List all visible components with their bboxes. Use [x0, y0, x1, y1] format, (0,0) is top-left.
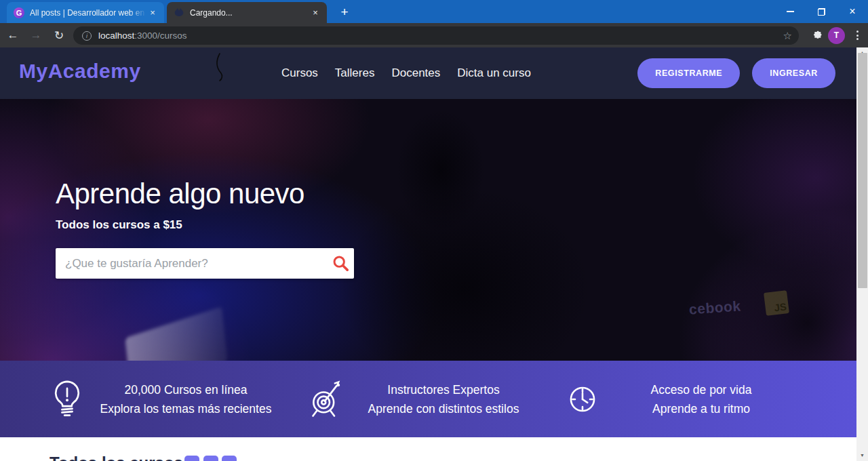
feature-title: Acceso de por vida	[602, 380, 800, 399]
ink-squiggle-mark	[210, 52, 231, 83]
close-window-button[interactable]: ×	[837, 0, 868, 23]
tab-cargando[interactable]: Cargando... ×	[167, 2, 327, 23]
close-icon: ×	[849, 6, 855, 17]
feature-subtitle: Aprende con distintos estilos	[344, 399, 542, 418]
features-banner: 20,000 Cursos en línea Explora los temas…	[0, 361, 868, 437]
course-search-input[interactable]	[56, 248, 327, 279]
new-tab-button[interactable]: +	[335, 3, 354, 21]
next-section-partial: Todos los cursos	[0, 437, 868, 461]
lightbulb-icon	[49, 378, 85, 420]
address-bar[interactable]: i localhost:3000/cursos ☆	[73, 26, 799, 45]
photo-person-silhouette	[397, 109, 485, 231]
feature-instructors: Instructores Expertos Aprende con distin…	[305, 378, 563, 420]
minimize-icon	[787, 11, 794, 12]
restore-icon	[818, 8, 825, 16]
feature-title: Instructores Expertos	[344, 380, 542, 399]
feature-title: 20,000 Cursos en línea	[87, 380, 285, 399]
bookmark-star-icon[interactable]: ☆	[783, 30, 792, 42]
scrollbar-thumb[interactable]	[858, 53, 867, 288]
toolbar-right: T	[810, 23, 864, 47]
category-chips-partial	[184, 456, 237, 461]
hero-section: cebook JS Aprende algo nuevo Todos los c…	[0, 99, 868, 361]
browser-titlebar: G All posts | Desarrollador web en E × C…	[0, 0, 868, 23]
back-button[interactable]: ←	[3, 25, 23, 45]
nav-cursos[interactable]: Cursos	[281, 66, 318, 80]
nav-dicta-un-curso[interactable]: Dicta un curso	[457, 66, 531, 80]
feature-subtitle: Explora los temas más recientes	[87, 399, 285, 418]
site-info-icon[interactable]: i	[82, 31, 92, 41]
hero-title: Aprende algo nuevo	[56, 178, 304, 210]
feature-subtitle: Aprende a tu ritmo	[602, 399, 800, 418]
nav-talleres[interactable]: Talleres	[335, 66, 375, 80]
window-controls: ×	[774, 0, 868, 23]
tab-title: Cargando...	[190, 8, 309, 18]
category-chip[interactable]	[222, 456, 237, 461]
extensions-puzzle-icon[interactable]	[810, 29, 822, 41]
site-logo[interactable]: MyAcademy	[19, 60, 141, 83]
tab-title: All posts | Desarrollador web en E	[30, 8, 146, 18]
profile-avatar[interactable]: T	[828, 27, 845, 44]
target-icon	[306, 378, 344, 420]
search-icon	[332, 255, 349, 272]
feature-lifetime-access: Acceso de por vida Aprende a tu ritmo	[563, 380, 821, 418]
url-text: localhost:3000/cursos	[98, 31, 187, 41]
photo-person-silhouette	[339, 187, 590, 390]
register-button[interactable]: REGISTRARME	[637, 58, 740, 88]
tab-all-posts[interactable]: G All posts | Desarrollador web en E ×	[7, 2, 164, 23]
facebook-sticker-text: cebook	[688, 298, 741, 317]
hero-subtitle: Todos los cursos a $15	[56, 218, 182, 232]
browser-menu-icon[interactable]	[851, 31, 864, 40]
close-icon[interactable]: ×	[146, 7, 159, 19]
reload-button[interactable]: ↻	[49, 25, 69, 45]
page-content: MyAcademy Cursos Talleres Docentes Dicta…	[0, 47, 868, 461]
g-circle-icon: G	[14, 7, 24, 18]
main-nav: Cursos Talleres Docentes Dicta un curso	[281, 47, 531, 99]
header-actions: REGISTRARME INGRESAR	[637, 58, 835, 88]
feature-courses: 20,000 Cursos en línea Explora los temas…	[47, 378, 305, 420]
search-button[interactable]	[327, 248, 354, 279]
bat-icon	[174, 7, 184, 18]
js-sticker-badge: JS	[764, 290, 789, 316]
nav-docentes[interactable]: Docentes	[391, 66, 440, 80]
close-icon[interactable]: ×	[309, 7, 321, 19]
browser-toolbar: ← → ↻ i localhost:3000/cursos ☆ T	[0, 23, 868, 47]
category-chip[interactable]	[184, 456, 199, 461]
login-button[interactable]: INGRESAR	[752, 58, 835, 88]
forward-button[interactable]: →	[26, 25, 46, 45]
scroll-down-arrow-icon[interactable]: ▼	[856, 450, 868, 461]
site-header: MyAcademy Cursos Talleres Docentes Dicta…	[0, 47, 868, 99]
restore-button[interactable]	[806, 0, 837, 23]
clock-icon	[565, 380, 600, 418]
minimize-button[interactable]	[774, 0, 806, 23]
section-heading-partial: Todos los cursos	[50, 454, 183, 461]
category-chip[interactable]	[203, 456, 218, 461]
course-search-box	[56, 248, 354, 279]
page-scrollbar[interactable]: ▲ ▼	[856, 47, 868, 461]
browser-window: G All posts | Desarrollador web en E × C…	[0, 0, 868, 461]
